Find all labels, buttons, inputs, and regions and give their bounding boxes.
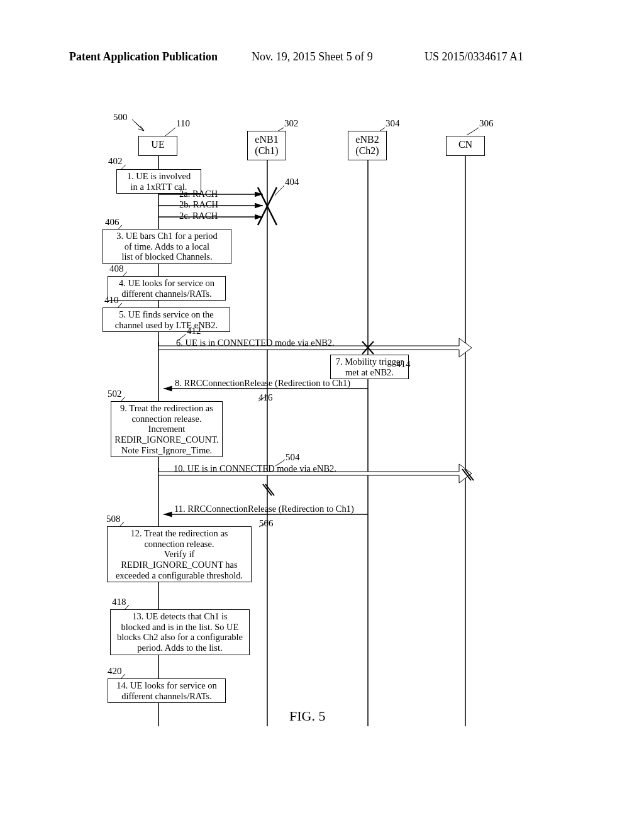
note-5: 5. UE finds service on thechannel used b… [103,307,230,332]
ref-410: 410 [104,295,119,306]
ref-302: 302 [284,118,299,129]
actor-enb2-l2: (Ch2) [355,145,379,156]
note-3: 3. UE bars Ch1 for a periodof time. Adds… [103,229,231,264]
figure-label: FIG. 5 [289,708,325,724]
note-4: 4. UE looks for service ondifferent chan… [108,276,226,301]
ref-508: 508 [106,514,121,524]
actor-enb1: eNB1 (Ch1) [247,131,286,160]
sequence-diagram: 500 UE eNB1 (Ch1) eNB2 (Ch2) CN 110 302 … [0,94,644,786]
ref-418: 418 [112,597,126,607]
header-left: Patent Application Publication [69,50,218,64]
msg-6: 6. UE is in CONNECTED mode via eNB2. [176,338,335,348]
sequence-svg [0,94,644,786]
msg-10: 10. UE is in CONNECTED mode via eNB2. [174,463,336,474]
ref-408: 408 [109,263,124,274]
note-9: 9. Treat the redirection asconnection re… [111,401,223,457]
actor-enb2-l1: eNB2 [355,134,379,145]
actor-enb2: eNB2 (Ch2) [348,131,387,160]
msg-2c: 2c. RACH [179,211,218,221]
ref-402: 402 [108,156,123,167]
ref-110: 110 [176,118,190,129]
note-12: 12. Treat the redirection asconnection r… [107,526,252,582]
actor-ue: UE [138,136,177,156]
header-center: Nov. 19, 2015 Sheet 5 of 9 [252,50,373,64]
ref-504: 504 [286,452,300,463]
actor-cn: CN [446,136,485,156]
actor-enb1-l1: eNB1 [255,134,278,145]
ref-500: 500 [113,112,128,123]
note-13: 13. UE detects that Ch1 isblocked and is… [110,609,250,655]
msg-11: 11. RRCConnectionRelease (Redirection to… [174,504,354,514]
ref-304: 304 [386,118,400,129]
ref-306: 306 [479,118,494,129]
ref-506: 506 [259,518,274,529]
ref-416: 416 [258,392,273,403]
ref-412: 412 [187,326,201,336]
ref-420: 420 [108,666,122,677]
msg-2b: 2b. RACH [179,199,218,210]
actor-enb1-l2: (Ch1) [255,145,278,156]
msg-2a: 2a. RACH [179,189,218,199]
ref-406: 406 [105,217,119,228]
ref-414: 414 [396,359,411,370]
msg-8: 8. RRCConnectionRelease (Redirection to … [175,378,350,389]
ref-502: 502 [108,389,122,399]
ref-404: 404 [285,177,299,187]
header-right: US 2015/0334617 A1 [425,50,523,64]
note-14: 14. UE looks for service ondifferent cha… [108,678,226,703]
